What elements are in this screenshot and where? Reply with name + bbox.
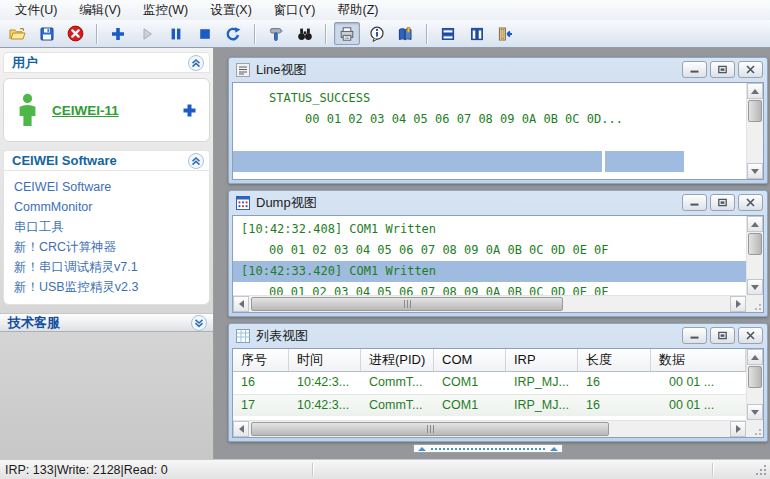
find-button[interactable]	[290, 22, 319, 46]
line-view-minimize-button[interactable]	[682, 61, 707, 78]
scrollbar-thumb[interactable]	[748, 100, 762, 122]
link-serial-debugger[interactable]: 新！串口调试精灵v7.1	[14, 257, 209, 277]
dump-view-vertical-scrollbar[interactable]	[746, 216, 763, 295]
save-button[interactable]	[32, 22, 61, 46]
dump-view-minimize-button[interactable]	[682, 194, 707, 211]
table-row[interactable]: 17 10:42:3... CommT... COM1 IRP_MJ... 16…	[233, 394, 746, 416]
table-row[interactable]: 16 10:42:3... CommT... COM1 IRP_MJ... 16…	[233, 372, 746, 394]
expand-support-panel-button[interactable]	[191, 315, 207, 331]
list-view-horizontal-scrollbar[interactable]	[233, 420, 746, 437]
scroll-right-button[interactable]	[730, 296, 746, 312]
column-header-length[interactable]: 长度	[578, 349, 651, 371]
status-separator	[312, 463, 313, 476]
print-button[interactable]	[334, 22, 360, 45]
collapse-software-panel-button[interactable]	[188, 153, 204, 169]
resize-grip-icon[interactable]	[759, 308, 761, 310]
log-line[interactable]: [10:42:32.408] COM1 Written	[233, 219, 746, 240]
dump-view-window: Dump视图 [10:42:32.408] COM1 Written 00 01…	[228, 190, 768, 317]
scrollbar-thumb[interactable]	[251, 422, 609, 436]
dump-view-rows: [10:42:32.408] COM1 Written 00 01 02 03 …	[233, 216, 746, 295]
user-panel-title: 用户	[12, 54, 188, 72]
scroll-up-button[interactable]	[747, 216, 763, 232]
tools-button[interactable]	[261, 22, 290, 46]
line-view-vertical-scrollbar[interactable]	[746, 83, 763, 179]
list-view-minimize-button[interactable]	[682, 327, 707, 344]
dump-view-restore-button[interactable]	[710, 194, 735, 211]
scroll-right-button[interactable]	[730, 421, 746, 437]
log-line-selected[interactable]: [10:42:33.420] COM1 Written	[233, 261, 746, 282]
stop-button[interactable]	[190, 22, 219, 46]
scrollbar-thumb[interactable]	[251, 297, 563, 311]
log-line[interactable]: STATUS_SUCCESS	[233, 88, 746, 109]
menu-edit[interactable]: 编辑(V)	[68, 0, 132, 21]
log-line[interactable]: 00 01 02 03 04 05 06 07 08 09 0A 0B 0C 0…	[233, 109, 746, 130]
help-button[interactable]	[391, 22, 420, 46]
scrollbar-thumb[interactable]	[748, 233, 762, 255]
restart-button[interactable]	[219, 22, 248, 46]
help-book-icon	[397, 26, 414, 42]
link-commmonitor[interactable]: CommMonitor	[14, 197, 209, 217]
menu-help[interactable]: 帮助(Z)	[327, 0, 390, 21]
line-view-titlebar[interactable]: Line视图	[229, 58, 767, 81]
exit-button[interactable]	[491, 22, 520, 46]
status-bar: IRP: 133|Write: 2128|Read: 0	[0, 459, 770, 479]
support-panel-header[interactable]: 技术客服	[0, 313, 213, 332]
scroll-down-button[interactable]	[747, 163, 763, 179]
list-view-restore-button[interactable]	[710, 327, 735, 344]
column-header-time[interactable]: 时间	[289, 349, 361, 371]
software-panel-header[interactable]: CEIWEI Software	[3, 150, 210, 171]
line-view-close-button[interactable]	[738, 61, 763, 78]
printer-icon	[339, 26, 355, 42]
log-line[interactable]: 00 01 02 03 04 05 06 07 08 09 0A 0B 0C 0…	[233, 240, 746, 261]
menu-settings[interactable]: 设置(X)	[199, 0, 263, 21]
restore-icon	[717, 198, 728, 207]
list-view-vertical-scrollbar[interactable]	[746, 349, 763, 420]
link-crc-calculator[interactable]: 新！CRC计算神器	[14, 237, 209, 257]
scroll-left-button[interactable]	[233, 296, 249, 312]
start-button[interactable]	[132, 22, 161, 46]
collapse-user-panel-button[interactable]	[188, 55, 204, 71]
pause-button[interactable]	[161, 22, 190, 46]
column-header-data[interactable]: 数据	[651, 349, 746, 371]
scrollbar-thumb[interactable]	[748, 366, 762, 388]
username-link[interactable]: CEIWEI-11	[52, 103, 182, 118]
add-user-plus-icon[interactable]	[182, 103, 197, 118]
scroll-left-button[interactable]	[233, 421, 249, 437]
stop-monitor-button[interactable]	[61, 22, 90, 46]
dump-view-titlebar[interactable]: Dump视图	[229, 191, 767, 214]
column-header-process[interactable]: 进程(PID)	[361, 349, 434, 371]
menu-file[interactable]: 文件(U)	[4, 0, 68, 21]
scroll-up-button[interactable]	[747, 83, 763, 99]
dock-splitter-grip[interactable]	[413, 444, 563, 453]
column-header-com[interactable]: COM	[434, 349, 506, 371]
log-line-partial[interactable]: 00 01 02 03 04 05 06 07 08 09 0A 0B 0C 0…	[233, 282, 746, 295]
link-usb-monitor[interactable]: 新！USB监控精灵v2.3	[14, 277, 209, 297]
dump-view-horizontal-scrollbar[interactable]	[233, 295, 746, 312]
scroll-down-button[interactable]	[747, 279, 763, 295]
column-header-irp[interactable]: IRP	[506, 349, 578, 371]
link-ceiwei-software[interactable]: CEIWEI Software	[14, 177, 209, 197]
triangle-up-icon	[751, 355, 759, 360]
menu-monitor[interactable]: 监控(W)	[132, 0, 199, 21]
tile-horizontal-button[interactable]	[433, 22, 462, 46]
open-button[interactable]	[3, 22, 32, 46]
link-serial-tools[interactable]: 串口工具	[14, 217, 209, 237]
column-header-index[interactable]: 序号	[233, 349, 289, 371]
menu-window[interactable]: 窗口(Y)	[263, 0, 327, 21]
list-view-titlebar[interactable]: 列表视图	[229, 324, 767, 347]
list-view-close-button[interactable]	[738, 327, 763, 344]
line-view-restore-button[interactable]	[710, 61, 735, 78]
about-button[interactable]	[362, 22, 391, 46]
dump-view-close-button[interactable]	[738, 194, 763, 211]
cell-length: 16	[578, 372, 651, 394]
scrollbar-corner	[746, 420, 763, 437]
info-icon	[369, 26, 385, 42]
scroll-down-button[interactable]	[747, 404, 763, 420]
add-button[interactable]	[103, 22, 132, 46]
window-resize-grip[interactable]	[764, 473, 766, 475]
resize-grip-icon[interactable]	[759, 433, 761, 435]
log-line-selected[interactable]: 17 [10:42:33.420] COM1	[233, 151, 746, 172]
user-panel-header[interactable]: 用户	[3, 52, 210, 73]
scroll-up-button[interactable]	[747, 349, 763, 365]
tile-vertical-button[interactable]	[462, 22, 491, 46]
